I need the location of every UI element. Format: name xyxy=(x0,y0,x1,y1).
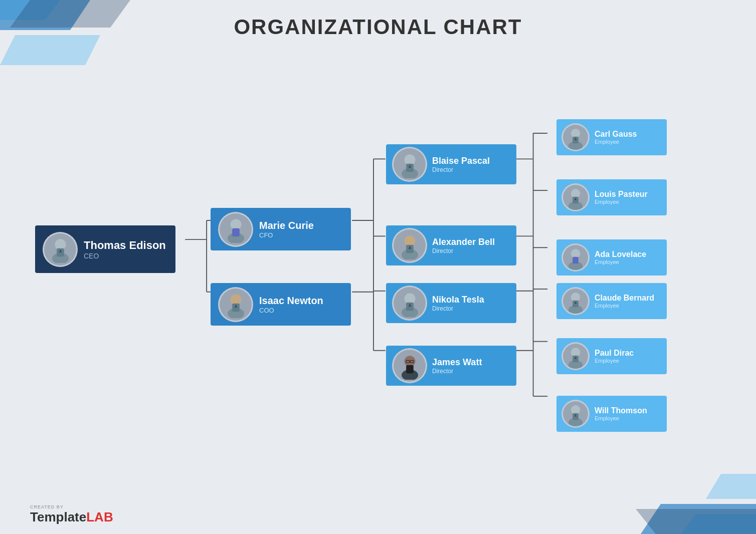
svg-point-75 xyxy=(571,348,580,357)
emp5-role: Employee xyxy=(595,358,634,364)
cfo-name: Marie Curie xyxy=(259,220,314,231)
dir3-avatar xyxy=(392,286,427,321)
svg-point-79 xyxy=(571,405,580,414)
dir2-avatar xyxy=(392,228,427,263)
footer-lab: LAB xyxy=(86,509,113,524)
coo-role: COO xyxy=(259,307,323,314)
emp4-name: Claude Bernard xyxy=(595,294,654,303)
dir4-role: Director xyxy=(432,368,482,375)
emp3-name: Ada Lovelace xyxy=(595,250,646,259)
emp3-node: Ada Lovelace Employee xyxy=(556,239,667,276)
ceo-avatar xyxy=(43,232,78,267)
emp3-role: Employee xyxy=(595,259,646,265)
svg-point-68 xyxy=(571,249,580,258)
svg-point-71 xyxy=(571,293,580,302)
footer-template: Template xyxy=(30,509,86,524)
emp1-name: Carl Gauss xyxy=(595,130,637,139)
dir2-text: Alexander Bell Director xyxy=(432,237,495,254)
emp6-role: Employee xyxy=(595,415,647,421)
emp6-name: Will Thomson xyxy=(595,406,647,415)
emp3-text: Ada Lovelace Employee xyxy=(595,250,646,265)
dir3-role: Director xyxy=(432,305,484,312)
emp2-role: Employee xyxy=(595,199,648,205)
dir2-name: Alexander Bell xyxy=(432,237,495,247)
coo-avatar xyxy=(218,287,253,322)
emp6-node: Will Thomson Employee xyxy=(556,396,667,432)
page-title: ORGANIZATIONAL CHART xyxy=(0,15,756,39)
dir4-node: James Watt Director xyxy=(386,346,516,386)
dir1-text: Blaise Pascal Director xyxy=(432,156,490,173)
dir3-text: Nikola Tesla Director xyxy=(432,295,484,312)
dir4-name: James Watt xyxy=(432,357,482,368)
dir1-node: Blaise Pascal Director xyxy=(386,144,516,184)
dir2-node: Alexander Bell Director xyxy=(386,225,516,265)
dir2-role: Director xyxy=(432,247,495,254)
emp5-name: Paul Dirac xyxy=(595,349,634,358)
dir4-avatar xyxy=(392,348,427,383)
emp4-node: Claude Bernard Employee xyxy=(556,283,667,319)
dir3-name: Nikola Tesla xyxy=(432,295,484,305)
svg-marker-7 xyxy=(636,509,756,534)
emp2-avatar xyxy=(561,183,590,211)
emp1-node: Carl Gauss Employee xyxy=(556,119,667,155)
emp5-avatar xyxy=(561,342,590,370)
dir3-node: Nikola Tesla Director xyxy=(386,283,516,323)
svg-rect-37 xyxy=(232,228,240,237)
dir1-avatar xyxy=(392,147,427,182)
footer-created-by: CREATED BY xyxy=(30,504,64,509)
emp2-node: Louis Pasteur Employee xyxy=(556,179,667,215)
emp6-text: Will Thomson Employee xyxy=(595,406,647,421)
footer-brand: TemplateLAB xyxy=(30,509,113,525)
emp4-role: Employee xyxy=(595,303,654,309)
coo-name: Isaac Newton xyxy=(259,295,323,307)
emp4-avatar xyxy=(561,287,590,315)
emp2-name: Louis Pasteur xyxy=(595,190,648,199)
dir4-text: James Watt Director xyxy=(432,357,482,375)
emp1-role: Employee xyxy=(595,139,637,145)
footer: CREATED BY TemplateLAB xyxy=(30,504,113,525)
cfo-node: Marie Curie CFO xyxy=(211,208,351,250)
chart-area: Thomas Edison CEO Marie Curie CFO xyxy=(25,55,741,484)
emp5-node: Paul Dirac Employee xyxy=(556,338,667,374)
ceo-role: CEO xyxy=(84,252,166,260)
emp3-avatar xyxy=(561,243,590,272)
ceo-text: Thomas Edison CEO xyxy=(84,239,166,260)
cfo-text: Marie Curie CFO xyxy=(259,220,314,239)
coo-text: Isaac Newton COO xyxy=(259,295,323,314)
emp1-avatar xyxy=(561,123,590,151)
emp6-avatar xyxy=(561,400,590,428)
dir1-role: Director xyxy=(432,166,490,173)
dir1-name: Blaise Pascal xyxy=(432,156,490,166)
svg-rect-56 xyxy=(406,365,414,373)
svg-point-64 xyxy=(571,189,580,198)
emp4-text: Claude Bernard Employee xyxy=(595,294,654,309)
ceo-node: Thomas Edison CEO xyxy=(35,225,175,273)
coo-node: Isaac Newton COO xyxy=(211,283,351,326)
svg-rect-70 xyxy=(573,256,579,263)
ceo-name: Thomas Edison xyxy=(84,239,166,252)
emp5-text: Paul Dirac Employee xyxy=(595,349,634,364)
svg-point-60 xyxy=(571,129,580,138)
cfo-avatar xyxy=(218,212,253,247)
emp2-text: Louis Pasteur Employee xyxy=(595,190,648,205)
cfo-role: CFO xyxy=(259,231,314,239)
emp1-text: Carl Gauss Employee xyxy=(595,130,637,145)
